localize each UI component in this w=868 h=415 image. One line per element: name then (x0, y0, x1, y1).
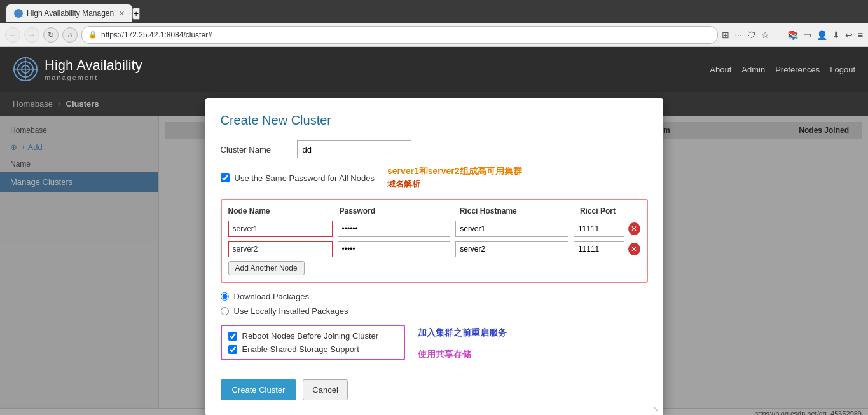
node-name-input-2[interactable] (228, 241, 333, 257)
shared-storage-checkbox[interactable] (228, 345, 237, 354)
nodes-column-headers: Node Name Password Ricci Hostname Ricci … (228, 207, 640, 215)
library-icon[interactable]: 📚 (787, 30, 798, 40)
app-title: High Availability (45, 57, 142, 74)
tab-title: High Availability Managen (27, 9, 114, 18)
cluster-name-label: Cluster Name (221, 145, 297, 154)
col-node-name-header: Node Name (228, 207, 340, 215)
shared-storage-checkbox-row: Enable Shared Storage Support (228, 344, 397, 354)
preferences-link[interactable]: Preferences (775, 65, 820, 74)
create-cluster-button[interactable]: Create Cluster (221, 379, 297, 400)
same-password-checkbox[interactable] (221, 173, 230, 182)
annotations-block: server1和server2组成高可用集群 域名解析 (387, 166, 522, 190)
active-tab[interactable]: High Availability Managen ✕ (6, 4, 132, 22)
back-button[interactable]: ← (5, 27, 20, 43)
same-password-row: Use the Same Password for All Nodes serv… (221, 166, 648, 190)
col-password-header: Password (340, 207, 460, 215)
node-ricci-port-input-1[interactable] (574, 221, 624, 237)
cluster-name-row: Cluster Name (221, 140, 648, 158)
logo-text: High Availability management (45, 57, 142, 81)
node-ricci-hostname-input-1[interactable] (455, 221, 568, 237)
col-ricci-hostname-header: Ricci Hostname (460, 207, 580, 215)
tab-close-icon[interactable]: ✕ (119, 10, 125, 18)
shared-storage-label: Enable Shared Storage Support (242, 344, 359, 354)
annotation-shared-storage-description: 使用共享存储 (418, 349, 507, 360)
node-name-input-1[interactable] (228, 221, 333, 237)
app-header: High Availability management About Admin… (0, 47, 868, 92)
logo-icon (13, 57, 38, 82)
action-buttons: Create Cluster Cancel (221, 379, 648, 400)
col-ricci-port-header: Ricci Port (580, 207, 640, 215)
admin-link[interactable]: Admin (741, 65, 765, 74)
remove-node-1-button[interactable]: ✕ (628, 222, 640, 235)
remove-node-2-button[interactable]: ✕ (628, 243, 640, 255)
search-icon[interactable]: ⊞ (722, 30, 729, 40)
more-icon[interactable]: ··· (734, 30, 742, 40)
reboot-nodes-label: Reboot Nodes Before Joining Cluster (242, 331, 379, 341)
reboot-nodes-checkbox[interactable] (228, 332, 237, 341)
radio-download-row: Download Packages (221, 292, 648, 301)
node-password-input-1[interactable] (338, 221, 451, 237)
reload-button[interactable]: ↻ (43, 27, 59, 43)
address-bar[interactable]: 🔒 https://172.25.42.1:8084/cluster# (81, 26, 718, 44)
bookmark-icon[interactable]: ☆ (761, 30, 769, 40)
account-icon[interactable]: 👤 (816, 30, 827, 40)
modal-resize-handle[interactable]: ⤡ (653, 405, 661, 413)
node-ricci-port-input-2[interactable] (574, 241, 624, 257)
cancel-button[interactable]: Cancel (303, 379, 347, 400)
node-password-input-2[interactable] (338, 241, 451, 257)
node-ricci-hostname-input-2[interactable] (455, 241, 568, 257)
radio-local-row: Use Locally Installed Packages (221, 306, 648, 316)
forward-button[interactable]: → (24, 27, 39, 43)
radio-local-label: Use Locally Installed Packages (234, 306, 348, 316)
modal-title: Create New Cluster (221, 113, 648, 128)
annotation-reboot-description: 加入集群之前重启服务 (418, 327, 507, 339)
add-another-node-button[interactable]: Add Another Node (228, 261, 305, 275)
reboot-nodes-checkbox-row: Reboot Nodes Before Joining Cluster (228, 331, 397, 341)
checkbox-annotations: 加入集群之前重启服务 使用共享存储 (418, 325, 507, 360)
table-row: ✕ (228, 221, 640, 237)
cluster-name-input[interactable] (297, 140, 411, 158)
annotation-cluster-description: server1和server2组成高可用集群 (387, 166, 522, 177)
about-link[interactable]: About (710, 65, 731, 74)
annotation-dns: 域名解析 (387, 179, 522, 190)
table-row: ✕ (228, 241, 640, 257)
header-nav: About Admin Preferences Logout (710, 65, 855, 74)
toolbar-icons: ⊞ ··· 🛡 ☆ 📚 ▭ 👤 ⬇ ↩ ≡ (722, 30, 863, 40)
nodes-section: Node Name Password Ricci Hostname Ricci … (221, 199, 648, 283)
lock-icon: 🔒 (88, 31, 97, 39)
sidebar-icon[interactable]: ▭ (803, 30, 811, 40)
app-logo: High Availability management (13, 57, 142, 82)
create-cluster-modal: Create New Cluster Cluster Name Use the … (205, 98, 663, 415)
browser-toolbar: ← → ↻ ⌂ 🔒 https://172.25.42.1:8084/clust… (0, 23, 868, 47)
back-history-icon[interactable]: ↩ (845, 30, 853, 40)
same-password-label: Use the Same Password for All Nodes (235, 173, 375, 183)
logout-link[interactable]: Logout (830, 65, 855, 74)
modal-overlay: Create New Cluster Cluster Name Use the … (0, 92, 868, 415)
menu-icon[interactable]: ≡ (858, 30, 863, 40)
checkbox-section: Reboot Nodes Before Joining Cluster Enab… (221, 325, 405, 360)
same-password-checkbox-row: Use the Same Password for All Nodes (221, 173, 375, 183)
shield-icon[interactable]: 🛡 (747, 30, 756, 40)
radio-download-label: Download Packages (234, 292, 310, 301)
new-tab-button[interactable]: + (132, 8, 140, 20)
home-button[interactable]: ⌂ (62, 27, 78, 43)
radio-download-packages[interactable] (221, 292, 229, 301)
tab-bar: High Availability Managen ✕ + (0, 0, 868, 23)
tab-favicon (14, 9, 23, 18)
sync-icon[interactable]: ⬇ (832, 30, 840, 40)
app-subtitle: management (45, 74, 142, 81)
options-section: Reboot Nodes Before Joining Cluster Enab… (221, 325, 648, 369)
radio-local-packages[interactable] (221, 307, 229, 315)
url-text: https://172.25.42.1:8084/cluster# (101, 31, 212, 39)
